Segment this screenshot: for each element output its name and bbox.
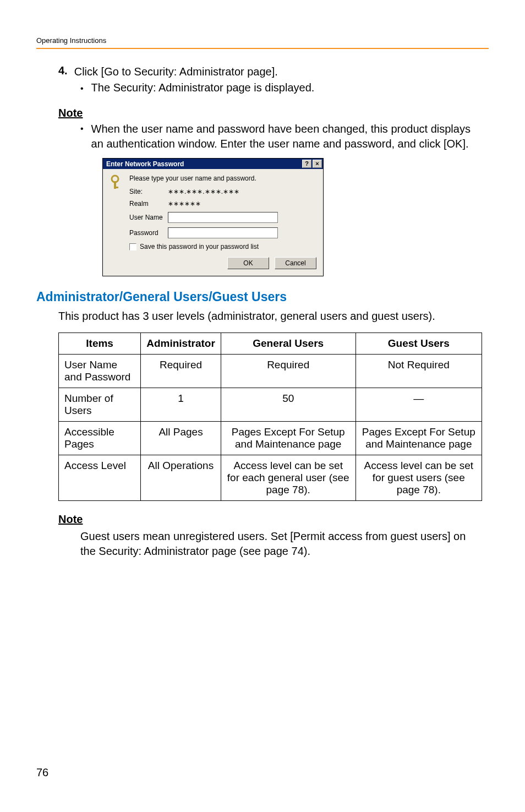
dialog-instruction: Please type your user name and password. xyxy=(129,175,316,182)
step-4: 4. Click [Go to Security: Administrator … xyxy=(58,64,489,78)
password-input[interactable] xyxy=(168,227,278,238)
realm-label: Realm xyxy=(129,200,168,208)
col-general: General Users xyxy=(221,333,356,355)
table-header-row: Items Administrator General Users Guest … xyxy=(59,333,482,355)
table-row: Number of Users 1 50 — xyxy=(59,388,482,422)
step-sub-bullet: • The Security: Administrator page is di… xyxy=(80,81,489,96)
password-label: Password xyxy=(129,229,168,237)
site-label: Site: xyxy=(129,188,168,195)
user-levels-table: Items Administrator General Users Guest … xyxy=(58,333,482,501)
save-password-label: Save this password in your password list xyxy=(140,243,259,250)
cell: Number of Users xyxy=(59,388,141,422)
cell: 50 xyxy=(221,388,356,422)
note-text: When the user name and password have bee… xyxy=(91,122,472,151)
note2-text: Guest users mean unregistered users. Set… xyxy=(80,529,472,559)
dialog-help-button[interactable]: ? xyxy=(302,160,311,168)
cell: 1 xyxy=(141,388,221,422)
ok-button[interactable]: OK xyxy=(227,257,269,269)
bullet-dot: • xyxy=(80,122,84,151)
step-text: Click [Go to Security: Administrator pag… xyxy=(74,64,278,78)
cell: Access level can be set for each general… xyxy=(221,455,356,501)
cell: Not Required xyxy=(356,355,482,388)
note-heading: Note xyxy=(58,107,489,119)
bullet-dot: • xyxy=(80,81,84,96)
auth-dialog: Enter Network Password ? × xyxy=(102,158,324,276)
note-bullet: • When the user name and password have b… xyxy=(80,122,489,151)
section-heading: Administrator/General Users/Guest Users xyxy=(36,290,489,304)
table-row: Access Level All Operations Access level… xyxy=(59,455,482,501)
cell: Required xyxy=(221,355,356,388)
cell: Pages Except For Setup and Maintenance p… xyxy=(356,422,482,455)
cell: All Operations xyxy=(141,455,221,501)
cell: Accessible Pages xyxy=(59,422,141,455)
cell: Pages Except For Setup and Maintenance p… xyxy=(221,422,356,455)
page-number: 76 xyxy=(36,766,48,779)
step-sub-text: The Security: Administrator page is disp… xyxy=(91,81,315,94)
save-password-checkbox[interactable] xyxy=(129,243,136,250)
svg-rect-2 xyxy=(114,187,118,188)
realm-value: ∗∗∗∗∗∗ xyxy=(168,200,316,208)
username-label: User Name xyxy=(129,214,168,221)
col-admin: Administrator xyxy=(141,333,221,355)
col-items: Items xyxy=(59,333,141,355)
dialog-title: Enter Network Password xyxy=(106,160,184,168)
table-row: User Name and Password Required Required… xyxy=(59,355,482,388)
dialog-close-button[interactable]: × xyxy=(313,160,322,168)
site-value: ∗∗∗.∗∗∗.∗∗∗.∗∗∗ xyxy=(168,188,316,195)
cell: Required xyxy=(141,355,221,388)
cell: All Pages xyxy=(141,422,221,455)
note2-heading: Note xyxy=(58,513,489,526)
username-input[interactable] xyxy=(168,212,278,223)
running-header: Operating Instructions xyxy=(0,0,525,48)
section-intro: This product has 3 user levels (administ… xyxy=(58,310,489,323)
key-icon xyxy=(110,175,124,250)
cell: User Name and Password xyxy=(59,355,141,388)
col-guest: Guest Users xyxy=(356,333,482,355)
step-number: 4. xyxy=(58,64,68,77)
cell: Access Level xyxy=(59,455,141,501)
cell: — xyxy=(356,388,482,422)
cancel-button[interactable]: Cancel xyxy=(275,257,316,269)
table-row: Accessible Pages All Pages Pages Except … xyxy=(59,422,482,455)
dialog-titlebar: Enter Network Password ? × xyxy=(103,159,323,169)
cell: Access level can be set for guest users … xyxy=(356,455,482,501)
